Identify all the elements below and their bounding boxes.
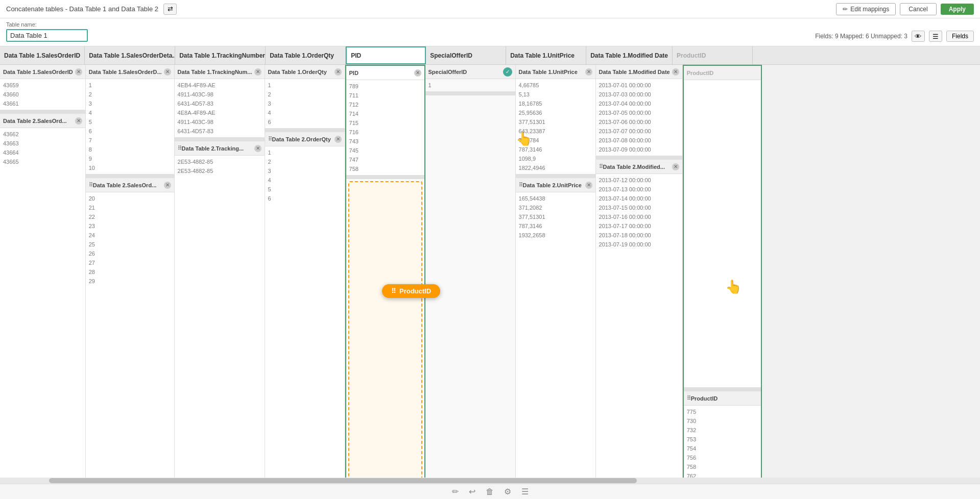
col-unitprice-close[interactable]: ✕ — [585, 68, 592, 76]
col-salesorderid: Data Table 1.SalesOrderID ✕ 43659 43660 … — [0, 65, 86, 492]
col-orderqty-bot-header: ⠿ Data Table 2.OrderQty ✕ — [265, 132, 345, 146]
col-pid: PID ✕ 789 711 712 714 715 716 743 745 74… — [345, 65, 425, 492]
table-name-input[interactable] — [6, 29, 88, 42]
col-header-orderqty: Data Table 1.OrderQty — [266, 46, 346, 64]
col-orderqty-close[interactable]: ✕ — [334, 68, 342, 76]
col-salesorderdetail-bot-header: ⠿ Data Table 2.SalesOrd... ✕ — [86, 178, 174, 192]
col-salesorderdetail: Data Table 1.SalesOrderD... ✕ 1 2 3 4 5 … — [86, 65, 175, 492]
top-bar: Concatenate tables - Data Table 1 and Da… — [0, 0, 980, 18]
toolbar-settings-icon[interactable]: ⚙ — [504, 487, 511, 496]
drag-icon-3: ⠿ — [268, 136, 272, 142]
eye-icon: 👁 — [915, 33, 921, 40]
drag-icon: ⠿ — [89, 182, 93, 188]
col-header-specialofferid: SpecialOfferID — [426, 46, 506, 64]
divider-salesorderdetail — [86, 174, 174, 178]
col-trackingnumber-close[interactable]: ✕ — [254, 68, 261, 76]
lines-button[interactable]: ☰ — [929, 31, 942, 42]
col-specialofferid-top-header: SpecialOfferID ✓ — [425, 65, 515, 79]
swap-button[interactable]: ⇄ — [163, 4, 177, 15]
col-trackingnumber-bot-close[interactable]: ✕ — [254, 145, 261, 152]
toolbar-menu-icon[interactable]: ☰ — [521, 487, 529, 496]
col-pid-top-header: PID ✕ — [346, 66, 424, 80]
col-salesorderdetail-close[interactable]: ✕ — [164, 68, 171, 76]
col-header-productid: ProductID — [673, 46, 753, 64]
columns-row: Data Table 1.SalesOrderID ✕ 43659 43660 … — [0, 65, 762, 492]
window-title: Concatenate tables - Data Table 1 and Da… — [6, 5, 158, 13]
col-salesorderid-close[interactable]: ✕ — [75, 68, 82, 76]
col-header-pid: PID — [346, 46, 426, 64]
bottom-toolbar: ✏ ↩ 🗑 ⚙ ☰ — [0, 484, 980, 499]
scrollbar-thumb[interactable] — [49, 478, 637, 483]
col-salesorderid-bot-header: Data Table 2.SalesOrd... ✕ — [0, 114, 85, 128]
col-header-unitprice: Data Table 1.UnitPrice — [506, 46, 586, 64]
col-header-trackingnumber: Data Table 1.TrackingNumber — [175, 46, 266, 64]
divider-trackingnumber — [175, 137, 265, 141]
col-unitprice-bot-close[interactable]: ✕ — [585, 182, 592, 189]
top-bar-right: ✏ Edit mappings Cancel Apply — [836, 3, 974, 15]
column-headers-row: Data Table 1.SalesOrderID Data Table 1.S… — [0, 46, 980, 65]
edit-mappings-button[interactable]: ✏ Edit mappings — [836, 3, 896, 15]
col-productid-bot-header: ⠿ ProductID — [684, 391, 761, 406]
pid-drop-zone[interactable] — [348, 181, 422, 489]
col-pid-close[interactable]: ✕ — [414, 69, 421, 77]
specialofferid-check[interactable]: ✓ — [503, 67, 512, 77]
col-productid-top-header: ProductID — [684, 66, 761, 80]
col-trackingnumber: Data Table 1.TrackingNum... ✕ 4EB4-4F89-… — [175, 65, 265, 492]
col-header-modifieddate: Data Table 1.Modified Date — [586, 46, 673, 64]
col-modifieddate-close[interactable]: ✕ — [672, 68, 679, 76]
fields-bar: Fields: 9 Mapped: 6 Unmapped: 3 👁 ☰ Fiel… — [815, 31, 974, 42]
col-salesorderid-top-header: Data Table 1.SalesOrderID ✕ — [0, 65, 85, 79]
col-trackingnumber-bot-header: ⠿ Data Table 2.Tracking... ✕ — [175, 141, 265, 156]
col-trackingnumber-top-header: Data Table 1.TrackingNum... ✕ — [175, 65, 265, 79]
cancel-button[interactable]: Cancel — [900, 3, 936, 15]
fields-button[interactable]: Fields — [946, 31, 974, 42]
col-orderqty-bot-close[interactable]: ✕ — [334, 136, 342, 143]
col-header-salesorderid: Data Table 1.SalesOrderID — [0, 46, 85, 64]
col-header-salesorderdetail: Data Table 1.SalesOrderDeta... — [85, 46, 175, 64]
toolbar-pencil-icon[interactable]: ✏ — [452, 487, 459, 496]
toolbar-undo-icon[interactable]: ↩ — [469, 487, 475, 496]
swap-icon: ⇄ — [168, 5, 173, 13]
col-productid: ProductID ⠿ ProductID 775 730 732 753 75… — [683, 65, 762, 492]
eye-button[interactable]: 👁 — [912, 31, 925, 42]
col-modifieddate-bot-header: ⠿ Data Table 2.Modified... ✕ — [596, 160, 682, 174]
table-name-label: Table name: — [6, 21, 88, 28]
horizontal-scrollbar[interactable] — [0, 478, 980, 484]
col-specialofferid: SpecialOfferID ✓ 1 — [425, 65, 516, 492]
col-salesorderdetail-top-header: Data Table 1.SalesOrderD... ✕ — [86, 65, 174, 79]
col-salesorderdetail-bot-close[interactable]: ✕ — [164, 182, 171, 189]
specialofferid-bot-empty — [425, 95, 515, 492]
fields-info: Fields: 9 Mapped: 6 Unmapped: 3 — [815, 33, 907, 40]
table-name-area: Table name: — [6, 21, 88, 42]
lines-icon: ☰ — [933, 33, 939, 40]
top-bar-left: Concatenate tables - Data Table 1 and Da… — [6, 4, 177, 15]
pencil-icon: ✏ — [843, 6, 848, 13]
col-unitprice: Data Table 1.UnitPrice ✕ 4,66785 5,13 18… — [516, 65, 596, 492]
divider-orderqty — [265, 128, 345, 132]
col-salesorderid-bot-close[interactable]: ✕ — [75, 117, 82, 124]
col-orderqty-top-header: Data Table 1.OrderQty ✕ — [265, 65, 345, 79]
divider-salesorderid — [0, 110, 85, 114]
page-container: Concatenate tables - Data Table 1 and Da… — [0, 0, 980, 499]
col-unitprice-top-header: Data Table 1.UnitPrice ✕ — [516, 65, 595, 79]
col-orderqty: Data Table 1.OrderQty ✕ 1 2 3 4 6 ⠿ Data… — [265, 65, 345, 492]
toolbar-delete-icon[interactable]: 🗑 — [486, 487, 494, 496]
data-area: Data Table 1.SalesOrderID ✕ 43659 43660 … — [0, 65, 980, 492]
drag-icon-2: ⠿ — [178, 145, 182, 152]
col-modifieddate-bot-close[interactable]: ✕ — [672, 163, 679, 170]
col-modifieddate-top-header: Data Table 1.Modified Date ✕ — [596, 65, 682, 79]
col-modifieddate: Data Table 1.Modified Date ✕ 2013-07-01 … — [596, 65, 683, 492]
col-unitprice-bot-header: ⠿ Data Table 2.UnitPrice ✕ — [516, 178, 595, 192]
apply-button[interactable]: Apply — [941, 4, 974, 15]
